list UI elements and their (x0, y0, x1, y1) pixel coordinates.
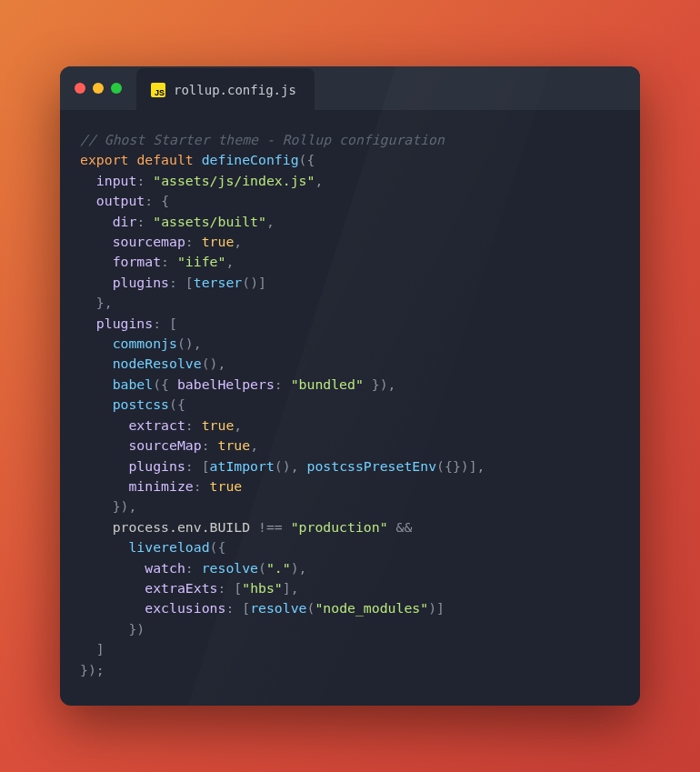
v-dir: "assets/built" (153, 214, 266, 229)
code-comment: // Ghost Starter theme - Rollup configur… (80, 132, 445, 147)
code-area: // Ghost Starter theme - Rollup configur… (60, 110, 640, 706)
expr-process: process.env.BUILD (113, 519, 250, 535)
titlebar: JS rollup.config.js (60, 66, 640, 110)
js-file-icon: JS (151, 83, 165, 97)
fn-commonjs: commonjs (113, 336, 177, 351)
fn-defineConfig: defineConfig (202, 152, 299, 167)
kw-export: export (80, 152, 128, 167)
p-format: format (113, 254, 161, 269)
p-plugins-1: plugins (113, 275, 169, 290)
p-sourceMap: sourceMap (128, 437, 201, 453)
tab-filename: rollup.config.js (174, 83, 296, 97)
maximize-icon[interactable] (111, 83, 122, 94)
p-sourcemap: sourcemap (113, 234, 185, 249)
editor-window: JS rollup.config.js // Ghost Starter the… (60, 66, 640, 706)
p-plugins-3: plugins (128, 458, 185, 474)
minimize-icon[interactable] (93, 83, 104, 94)
fn-babel: babel (113, 376, 154, 392)
v-true-2: true (202, 417, 235, 433)
p-input: input (96, 173, 137, 188)
v-true-4: true (210, 478, 243, 494)
fn-postcssPresetEnv: postcssPresetEnv (307, 458, 437, 474)
fn-nodeResolve: nodeResolve (113, 356, 202, 371)
fn-resolve-1: resolve (202, 560, 258, 576)
fn-postcss: postcss (113, 396, 169, 412)
v-input: "assets/js/index.js" (153, 173, 315, 188)
v-hbs: "hbs" (242, 580, 283, 596)
p-extract: extract (128, 417, 185, 433)
v-format: "iife" (177, 254, 225, 269)
fn-livereload: livereload (128, 539, 209, 555)
kw-default: default (136, 152, 193, 167)
close-icon[interactable] (75, 83, 85, 94)
op-neq: !== (258, 519, 283, 535)
p-exclusions: exclusions (145, 600, 225, 616)
v-true-1: true (202, 234, 235, 249)
fn-resolve-2: resolve (250, 600, 306, 616)
traffic-lights (75, 83, 122, 94)
p-plugins-2: plugins (96, 316, 153, 331)
v-bundled: "bundled" (291, 376, 364, 392)
p-babelHelpers: babelHelpers (177, 376, 275, 392)
p-output: output (96, 193, 145, 208)
file-tab[interactable]: JS rollup.config.js (136, 68, 315, 112)
fn-terser: terser (194, 275, 242, 290)
p-dir: dir (113, 214, 137, 229)
fn-atImport: atImport (210, 458, 275, 474)
v-true-3: true (217, 437, 250, 453)
v-production: "production" (291, 519, 388, 535)
p-extraExts: extraExts (145, 580, 217, 596)
op-and: && (396, 519, 413, 535)
v-dot: "." (266, 560, 291, 576)
p-watch: watch (145, 560, 185, 576)
v-nodeModules: "node_modules" (315, 600, 428, 616)
p-minimize: minimize (128, 478, 193, 494)
